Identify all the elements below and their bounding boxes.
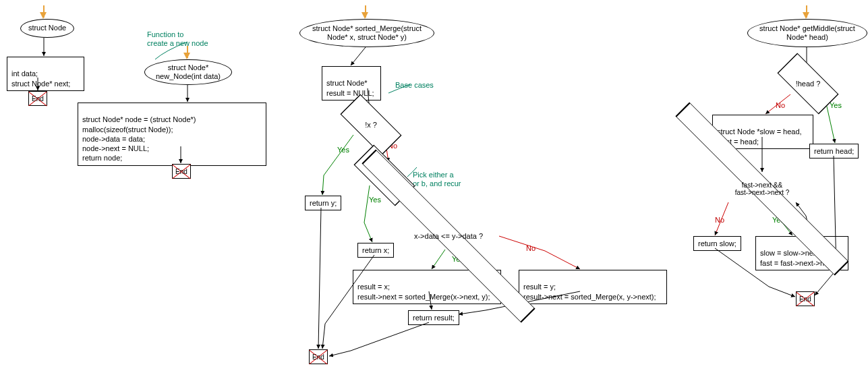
fc3-end-text: End: [312, 353, 324, 361]
fc3-box-yes-text: result = x; result->next = sorted_Merge(…: [357, 283, 490, 300]
fc2-title-text: struct Node* new_Node(int data): [156, 63, 221, 81]
fc4-ret-slow: return slow;: [693, 236, 741, 251]
fc2-end: End: [172, 164, 191, 179]
fc4-cond2-no: No: [715, 216, 724, 224]
fc3-ret-x-text: return x;: [362, 246, 389, 254]
fc3-title-text: struct Node* sorted_Merge(struct Node* x…: [312, 24, 422, 42]
fc2-title: struct Node* new_Node(int data): [144, 59, 232, 85]
fc3-comment2-text: Pick either a or b, and recur: [413, 171, 461, 188]
fc1-title: struct Node: [20, 19, 74, 38]
fc4-cond2: fast->next && fast->next->next ?: [712, 175, 813, 202]
fc3-box-no: result = y; result->next = sorted_Merge(…: [519, 270, 667, 304]
fc4-cond1: !head ?: [788, 70, 828, 97]
fc1-body: int data; struct Node* next;: [7, 57, 84, 91]
fc3-ret-y: return y;: [305, 196, 341, 210]
fc3-box1-text: struct Node* result = NULL;: [326, 79, 374, 96]
start-arrow-2: [183, 53, 190, 59]
fc3-ret-result: return result;: [408, 310, 459, 325]
fc4-end: End: [796, 291, 815, 306]
fc4-end-text: End: [799, 295, 811, 303]
fc3-cond1-text: !x ?: [365, 121, 377, 129]
fc4-cond1-no: No: [776, 101, 785, 109]
fc4-ret-slow-text: return slow;: [698, 239, 736, 248]
fc3-cond1-yes: Yes: [337, 146, 349, 154]
fc2-body-text: struct Node* node = (struct Node*) mallo…: [82, 115, 196, 162]
fc2-comment: Function to create a new node: [147, 22, 208, 49]
fc3-cond3-text: x->data <= y->data ?: [414, 232, 483, 240]
fc4-cond1-yes: Yes: [830, 101, 842, 109]
fc2-comment-text: Function to create a new node: [147, 30, 208, 47]
fc3-cond1: !x ?: [351, 111, 391, 138]
fc3-title: struct Node* sorted_Merge(struct Node* x…: [299, 19, 434, 47]
fc3-ret-x: return x;: [357, 243, 394, 258]
fc2-end-text: End: [175, 168, 187, 175]
fc3-ret-result-text: return result;: [413, 314, 455, 322]
fc4-ret-head-text: return head;: [814, 147, 854, 155]
fc4-cond2-text: fast->next && fast->next->next ?: [735, 181, 790, 196]
fc3-box1: struct Node* result = NULL;: [322, 66, 381, 100]
svg-line-9: [318, 208, 321, 349]
fc3-comment1-text: Base cases: [395, 81, 434, 89]
fc1-end-text: End: [32, 95, 44, 103]
fc1-body-text: int data; struct Node* next;: [11, 69, 70, 87]
start-arrow-3: [361, 12, 368, 19]
fc4-cond1-text: !head ?: [796, 80, 821, 88]
fc3-comment1: Base cases: [395, 81, 434, 90]
fc3-comment2: Pick either a or b, and recur: [413, 162, 461, 189]
fc3-cond3: x->data <= y->data ?: [398, 223, 499, 250]
fc3-box-no-text: result = y; result->next = sorted_Merge(…: [523, 283, 656, 300]
fc4-title: struct Node* getMiddle(struct Node* head…: [747, 19, 867, 47]
fc3-cond2-yes: Yes: [369, 196, 381, 204]
start-arrow-1: [40, 12, 47, 19]
start-arrow-4: [803, 12, 809, 19]
fc1-end: End: [28, 91, 47, 106]
fc3-cond3-no: No: [526, 244, 536, 252]
fc3-end: End: [309, 349, 328, 364]
fc4-title-text: struct Node* getMiddle(struct Node* head…: [759, 24, 855, 42]
fc3-ret-y-text: return y;: [310, 199, 337, 207]
fc2-body: struct Node* node = (struct Node*) mallo…: [78, 103, 266, 166]
svg-line-7: [351, 47, 366, 65]
fc4-ret-head: return head;: [809, 144, 859, 158]
fc1-title-text: struct Node: [28, 24, 66, 32]
